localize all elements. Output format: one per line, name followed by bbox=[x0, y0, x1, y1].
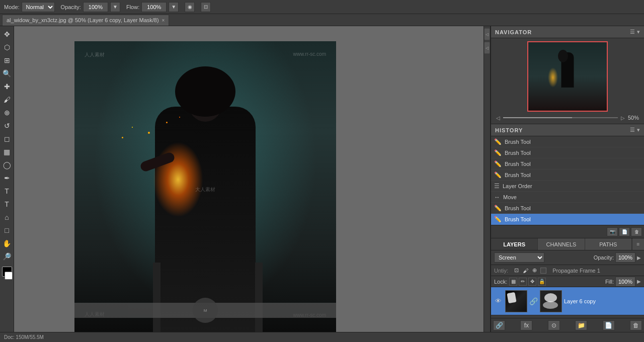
util-label: Untiy: bbox=[494, 268, 508, 274]
layer-chain-0[interactable]: 🔗 bbox=[529, 297, 538, 305]
mid-strip-icon-1[interactable]: ◁ bbox=[484, 28, 490, 40]
navigator-menu-icon[interactable]: ☰ bbox=[630, 29, 635, 35]
history-item-icon-3: ✏️ bbox=[494, 172, 502, 179]
history-item-icon-0: ✏️ bbox=[494, 138, 502, 145]
lock-label: Lock: bbox=[494, 279, 507, 285]
lock-position-icon[interactable]: ✥ bbox=[528, 278, 536, 286]
tablet-btn[interactable]: ⊡ bbox=[201, 2, 211, 12]
history-new-doc-btn[interactable]: 📄 bbox=[619, 227, 630, 236]
history-menu-icon[interactable]: ☰ bbox=[630, 127, 635, 133]
tab-close-btn[interactable]: × bbox=[162, 18, 165, 23]
healing-tool[interactable]: ✚ bbox=[1, 80, 13, 93]
util-icon-2[interactable]: 🖌 bbox=[521, 267, 529, 275]
shapes-tool[interactable]: □ bbox=[1, 224, 13, 236]
layers-utility: Untiy: ⊡ 🖌 ⊕ Propagate Frame 1 bbox=[491, 265, 644, 276]
dodge-tool[interactable]: ◯ bbox=[1, 159, 13, 171]
link-layers-btn[interactable]: 🔗 bbox=[493, 320, 505, 330]
path-tool[interactable]: ⌂ bbox=[1, 211, 13, 223]
mode-group: Mode: Normal bbox=[4, 2, 55, 12]
new-layer-btn[interactable]: 📄 bbox=[603, 320, 615, 330]
history-delete-btn[interactable]: 🗑 bbox=[631, 227, 642, 236]
flow-arrow-btn[interactable]: ▼ bbox=[169, 2, 179, 12]
hand-tool[interactable]: ✋ bbox=[1, 237, 13, 249]
history-snapshot-btn[interactable]: 📷 bbox=[607, 227, 618, 236]
lock-all-icon[interactable]: 🔒 bbox=[538, 278, 546, 286]
document-tab[interactable]: al_widow_by_xn3ctz.jpg @ 50% (Layer 6 co… bbox=[2, 15, 169, 26]
history-item-5[interactable]: ↔ Move bbox=[491, 192, 644, 203]
blend-mode-select[interactable]: Screen Normal Multiply Overlay bbox=[494, 252, 544, 263]
history-header-icons: ☰ ▾ bbox=[630, 127, 640, 133]
zoom-in-icon[interactable]: ▷ bbox=[621, 115, 625, 121]
history-item-3[interactable]: ✏️ Brush Tool bbox=[491, 169, 644, 181]
airbrush-btn[interactable]: ◉ bbox=[185, 2, 195, 12]
navigator-content: ◁ ▷ 50% bbox=[491, 38, 644, 124]
tab-channels[interactable]: CHANNELS bbox=[538, 238, 585, 250]
lasso-tool[interactable]: ⬡ bbox=[1, 41, 13, 53]
mid-strip-icon-2[interactable]: ◁ bbox=[484, 42, 490, 54]
fill-value-input[interactable] bbox=[615, 277, 635, 287]
zoom-slider-track bbox=[503, 117, 572, 118]
pen-tool[interactable]: ✒ bbox=[1, 172, 13, 184]
brush-tool[interactable]: 🖌 bbox=[1, 94, 13, 106]
lock-transparent-icon[interactable]: ▦ bbox=[509, 278, 517, 286]
zoom-slider[interactable] bbox=[503, 117, 618, 118]
tab-layers[interactable]: LAYERS bbox=[491, 238, 538, 250]
move-tool[interactable]: ✥ bbox=[1, 28, 13, 40]
history-item-0[interactable]: ✏️ Brush Tool bbox=[491, 136, 644, 147]
navigator-header: NAVIGATOR ☰ ▾ bbox=[491, 26, 644, 38]
history-item-label-4: Layer Order bbox=[503, 183, 532, 189]
eyedropper-tool[interactable]: 🔍 bbox=[1, 67, 13, 79]
lock-icons: ▦ ✏ ✥ 🔒 bbox=[509, 278, 546, 286]
type-tool[interactable]: T bbox=[1, 185, 13, 197]
flow-input[interactable] bbox=[141, 2, 167, 12]
layer-row-0[interactable]: 👁 🔗 Layer 6 copy bbox=[491, 287, 644, 315]
lock-pixels-icon[interactable]: ✏ bbox=[519, 278, 527, 286]
history-item-icon-5: ↔ bbox=[494, 194, 500, 201]
zoom-tool[interactable]: 🔎 bbox=[1, 250, 13, 263]
opacity-input[interactable] bbox=[83, 2, 108, 12]
nav-zoom-bar: ◁ ▷ 50% bbox=[494, 115, 641, 121]
add-mask-btn[interactable]: ⊙ bbox=[548, 320, 560, 330]
history-list: ✏️ Brush Tool ✏️ Brush Tool ✏️ Brush Too… bbox=[491, 136, 644, 225]
history-item-7[interactable]: ✏️ Brush Tool bbox=[491, 214, 644, 225]
navigator-collapse-icon[interactable]: ▾ bbox=[637, 29, 640, 35]
history-item-1[interactable]: ✏️ Brush Tool bbox=[491, 147, 644, 158]
zoom-out-icon[interactable]: ◁ bbox=[496, 115, 500, 121]
background-color[interactable] bbox=[5, 272, 13, 280]
canvas-area[interactable]: 人人素材 www.rr-sc.com 人人素材 www.rr-sc.com 大人… bbox=[14, 26, 484, 332]
layer-thumb-0 bbox=[505, 290, 527, 312]
util-icon-1[interactable]: ⊡ bbox=[512, 267, 520, 275]
opacity-arrow-btn[interactable]: ▼ bbox=[110, 2, 120, 12]
history-collapse-icon[interactable]: ▾ bbox=[637, 127, 640, 133]
tab-bar: al_widow_by_xn3ctz.jpg @ 50% (Layer 6 co… bbox=[0, 14, 644, 26]
propagate-checkbox[interactable] bbox=[540, 268, 546, 274]
layer-visibility-0[interactable]: 👁 bbox=[493, 296, 503, 306]
nav-thumb-inner bbox=[528, 42, 607, 111]
opacity-group: Opacity: ▼ bbox=[61, 2, 120, 12]
eraser-tool[interactable]: ◻ bbox=[1, 133, 13, 145]
gradient-tool[interactable]: ▦ bbox=[1, 146, 13, 158]
layers-panel-menu[interactable]: ≡ bbox=[632, 238, 644, 250]
clone-tool[interactable]: ⊕ bbox=[1, 107, 13, 119]
new-group-btn[interactable]: 📁 bbox=[575, 320, 587, 330]
tab-paths[interactable]: PATHS bbox=[585, 238, 632, 250]
text-tool-v[interactable]: T bbox=[1, 198, 13, 210]
util-icons: ⊡ 🖌 ⊕ bbox=[512, 267, 538, 275]
opacity-arrow[interactable]: ▶ bbox=[637, 255, 641, 261]
delete-layer-btn[interactable]: 🗑 bbox=[630, 320, 642, 330]
crop-tool[interactable]: ⊞ bbox=[1, 54, 13, 66]
layer-name-0: Layer 6 copy bbox=[564, 298, 642, 304]
history-brush-tool[interactable]: ↺ bbox=[1, 120, 13, 132]
opacity-value-input[interactable] bbox=[615, 252, 635, 263]
fill-arrow[interactable]: ▶ bbox=[637, 279, 641, 284]
mode-select[interactable]: Normal bbox=[22, 2, 55, 12]
history-item-label-1: Brush Tool bbox=[505, 150, 531, 156]
layer-mask-0 bbox=[540, 290, 562, 312]
layer-style-btn[interactable]: fx bbox=[520, 320, 532, 330]
history-item-4[interactable]: ☰ Layer Order bbox=[491, 181, 644, 192]
history-item-2[interactable]: ✏️ Brush Tool bbox=[491, 158, 644, 169]
fill-label: Fill: bbox=[605, 279, 614, 285]
util-icon-3[interactable]: ⊕ bbox=[530, 267, 538, 275]
mode-label: Mode: bbox=[4, 4, 20, 10]
history-item-6[interactable]: ✏️ Brush Tool bbox=[491, 203, 644, 214]
